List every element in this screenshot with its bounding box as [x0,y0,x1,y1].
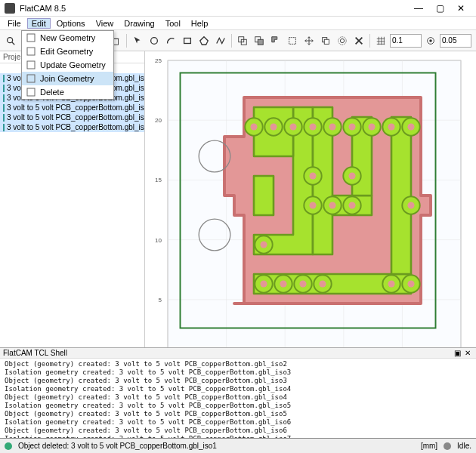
menu-edit[interactable]: Edit [27,18,51,29]
svg-line-1 [12,42,15,45]
grid-icon[interactable] [373,33,388,48]
menu-file[interactable]: File [3,18,26,29]
new-icon [25,32,37,43]
menuitem-edit-geometry[interactable]: Edit Geometry [22,45,113,58]
shell-float-button[interactable]: ▣ [452,349,462,357]
menu-options[interactable]: Options [52,18,90,29]
geometry-icon [3,114,5,122]
shell-close-button[interactable]: ✕ [462,349,473,357]
status-ok-icon [5,442,12,450]
rect-icon[interactable] [180,33,195,48]
edit-menu-dropdown: New GeometryEdit GeometryUpdate Geometry… [21,30,114,100]
snap-icon[interactable] [423,33,438,48]
close-button[interactable]: ✕ [450,3,471,14]
tree-item[interactable]: 3 volt to 5 volt PCB_copperBottom.gbl_is… [0,103,144,112]
menuitem-label: Edit Geometry [40,47,93,56]
svg-point-99 [260,241,267,248]
svg-text:15: 15 [155,177,162,183]
union-icon[interactable] [235,33,250,48]
geometry-icon [3,104,5,112]
minimize-button[interactable]: — [408,3,429,14]
menu-drawing[interactable]: Drawing [119,18,159,29]
pointer-icon[interactable] [130,33,145,48]
path-icon[interactable] [213,33,228,48]
cutpath-icon[interactable] [285,33,300,48]
svg-point-87 [309,123,316,130]
geometry-icon [3,85,5,92]
svg-point-71 [348,202,355,208]
geometry-icon [3,124,5,131]
grid-y-input[interactable] [440,34,471,48]
svg-rect-15 [258,39,263,45]
svg-point-23 [429,39,432,42]
edit-icon [25,46,37,57]
status-message: Object deleted: 3 volt to 5 volt PCB_cop… [18,442,217,450]
svg-point-77 [407,123,414,130]
update-icon [25,60,37,70]
tree-item-label: 3 volt to 5 volt PCB_copperBottom.gbl_is… [7,103,145,112]
svg-point-59 [280,280,286,287]
status-idle-icon [444,442,451,450]
menuitem-new-geometry[interactable]: New Geometry [22,31,113,45]
tree-item-label: 3 volt to 5 volt PCB_copperBottom.gbl_is… [7,113,145,122]
svg-point-95 [309,172,316,179]
menu-help[interactable]: Help [187,18,213,29]
menuitem-delete[interactable]: Delete [22,85,113,99]
grid-x-input[interactable] [390,34,422,48]
svg-rect-29 [27,88,35,96]
menuitem-label: Update Geometry [40,60,106,69]
delete-shape-icon[interactable] [351,33,366,48]
buffer-icon[interactable] [335,33,350,48]
menu-tool[interactable]: Tool [161,18,185,29]
menuitem-join-geometry[interactable]: Join Geometry [22,72,113,85]
subtract-icon[interactable] [268,33,283,48]
shell-title: FlatCAM TCL Shell [3,349,67,357]
svg-point-83 [348,123,355,130]
svg-point-57 [260,280,267,287]
menubar: FileEditOptionsViewDrawingToolHelp [0,17,476,30]
menu-view[interactable]: View [91,18,119,29]
svg-text:5: 5 [159,297,162,304]
svg-point-20 [338,36,347,45]
titlebar: FlatCAM 8.5 — ▢ ✕ [0,0,476,17]
shell-output[interactable]: Object (geometry) created: 3 volt to 5 v… [0,359,476,438]
svg-point-63 [319,280,326,287]
svg-marker-11 [200,36,209,45]
menuitem-label: New Geometry [40,33,95,42]
svg-rect-18 [324,39,329,44]
delete-icon [25,87,37,97]
maximize-button[interactable]: ▢ [429,3,450,14]
circle-icon[interactable] [147,33,162,48]
svg-point-97 [348,172,355,179]
tree-item[interactable]: 3 volt to 5 volt PCB_copperBottom.gbl_is… [0,112,144,122]
svg-point-81 [368,123,375,130]
svg-point-67 [407,280,414,287]
svg-rect-25 [27,34,35,42]
intersection-icon[interactable] [252,33,267,48]
svg-rect-27 [27,61,35,69]
svg-point-89 [289,123,296,130]
tree-item[interactable]: 3 volt to 5 volt PCB_copperBottom.gbl_is… [0,122,144,132]
menuitem-update-geometry[interactable]: Update Geometry [22,58,113,72]
window-title: FlatCAM 8.5 [20,4,408,13]
svg-point-91 [270,123,277,130]
svg-point-79 [388,123,394,130]
svg-point-61 [299,280,306,287]
plot-canvas[interactable]: 05101520252520151050 [145,51,476,347]
polygon-icon[interactable] [196,33,212,48]
svg-rect-16 [289,37,296,44]
svg-text:20: 20 [155,117,162,124]
arc-icon[interactable] [163,33,178,48]
svg-point-75 [309,202,316,208]
status-bar: Object deleted: 3 volt to 5 volt PCB_cop… [0,438,476,453]
menuitem-label: Join Geometry [40,74,94,83]
copy-icon[interactable] [318,33,333,48]
status-idle: Idle. [457,442,471,450]
svg-point-19 [340,39,344,42]
zoom-icon[interactable] [3,33,18,48]
move-icon[interactable] [301,33,317,48]
svg-point-73 [329,202,335,208]
status-units: [mm] [421,442,437,450]
svg-point-69 [407,202,414,208]
geometry-icon [3,75,5,82]
